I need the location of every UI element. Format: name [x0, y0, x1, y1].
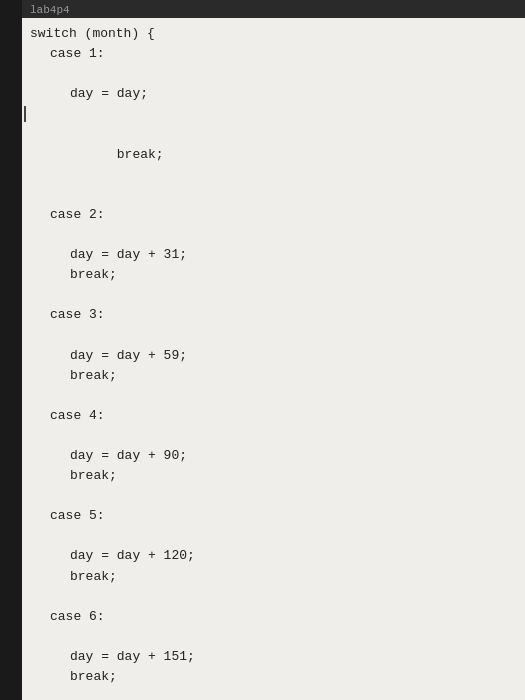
case1-day: day = day; [30, 84, 517, 104]
case2-day: day = day + 31; [30, 245, 517, 265]
case5-break: break; [30, 567, 517, 587]
left-border [0, 0, 22, 700]
case2-break: break; [30, 265, 517, 285]
case6-day: day = day + 151; [30, 647, 517, 667]
empty-line [30, 386, 517, 406]
top-header: lab4p4 [22, 0, 525, 18]
case3-label: case 3: [30, 305, 517, 325]
case6-break: break; [30, 667, 517, 687]
case5-label: case 5: [30, 506, 517, 526]
empty-line [30, 285, 517, 305]
case4-day: day = day + 90; [30, 446, 517, 466]
case3-day: day = day + 59; [30, 346, 517, 366]
empty-line [30, 526, 517, 546]
case5-day: day = day + 120; [30, 546, 517, 566]
empty-line [30, 687, 517, 700]
case2-label: case 2: [30, 205, 517, 225]
empty-line [30, 627, 517, 647]
empty-line [30, 426, 517, 446]
tab-label: lab4p4 [22, 1, 78, 19]
case3-break: break; [30, 366, 517, 386]
empty-line [30, 64, 517, 84]
switch-line: switch (month) { [30, 24, 517, 44]
case4-break: break; [30, 466, 517, 486]
empty-line [30, 185, 517, 205]
empty-line [30, 486, 517, 506]
screen: lab4p4 switch (month) { case 1: day = da… [0, 0, 525, 700]
cursor [24, 106, 26, 122]
case1-label: case 1: [30, 44, 517, 64]
empty-line [30, 326, 517, 346]
empty-line [30, 587, 517, 607]
code-editor[interactable]: switch (month) { case 1: day = day; brea… [22, 18, 525, 700]
case6-label: case 6: [30, 607, 517, 627]
case1-break: break; [30, 104, 517, 185]
case4-label: case 4: [30, 406, 517, 426]
empty-line [30, 225, 517, 245]
